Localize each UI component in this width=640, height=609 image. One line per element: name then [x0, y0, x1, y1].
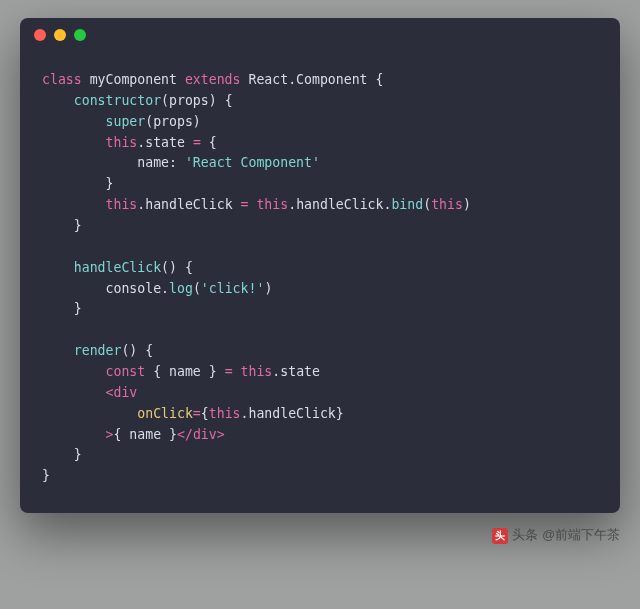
window-titlebar: [20, 18, 620, 52]
watermark: 头 头条 @前端下午茶: [20, 527, 620, 544]
minimize-icon[interactable]: [54, 29, 66, 41]
params: (props) {: [161, 93, 232, 108]
jsx-attr: onClick: [137, 406, 193, 421]
toutiao-logo-icon: 头: [492, 528, 508, 544]
watermark-prefix: 头条: [512, 527, 538, 544]
superclass: React.Component: [241, 72, 376, 87]
bind-fn: bind: [391, 197, 423, 212]
string-literal: 'React Component': [185, 155, 320, 170]
log-fn: log: [169, 281, 193, 296]
jsx-tag: div: [193, 427, 217, 442]
brace: {: [375, 72, 383, 87]
zoom-icon[interactable]: [74, 29, 86, 41]
keyword-class: class: [42, 72, 82, 87]
constructor-fn: constructor: [74, 93, 161, 108]
super-call: super: [106, 114, 146, 129]
string-literal: 'click!': [201, 281, 265, 296]
const-keyword: const: [106, 364, 146, 379]
class-name: myComponent: [82, 72, 185, 87]
code-window: class myComponent extends React.Componen…: [20, 18, 620, 513]
handleclick-fn: handleClick: [74, 260, 161, 275]
jsx-tag: div: [113, 385, 137, 400]
watermark-handle: @前端下午茶: [542, 527, 620, 544]
this-keyword: this: [106, 135, 138, 150]
keyword-extends: extends: [185, 72, 241, 87]
code-block: class myComponent extends React.Componen…: [20, 52, 620, 513]
close-icon[interactable]: [34, 29, 46, 41]
prop-name: name:: [137, 155, 185, 170]
render-fn: render: [74, 343, 122, 358]
